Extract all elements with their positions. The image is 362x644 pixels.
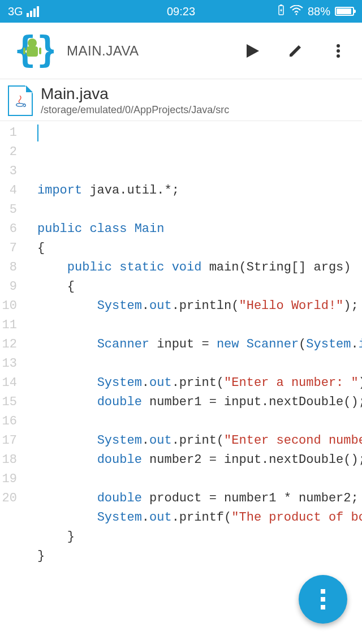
line-number: 14 <box>0 373 17 393</box>
code-line[interactable]: System.out.print("Enter a number: "); <box>37 373 362 393</box>
line-number: 7 <box>0 239 17 258</box>
code-line[interactable]: double number2 = input.nextDouble(); <box>37 450 362 470</box>
code-content[interactable]: import java.util.*;public class Main{ pu… <box>20 123 362 566</box>
line-number: 1 <box>0 123 17 143</box>
code-line[interactable]: System.out.println("Hello World!"); <box>37 297 362 316</box>
line-number: 8 <box>0 258 17 277</box>
run-button[interactable] <box>243 42 261 60</box>
line-number: 13 <box>0 354 17 373</box>
line-number: 17 <box>0 431 17 450</box>
svg-rect-7 <box>23 48 25 54</box>
charging-icon <box>277 5 285 19</box>
svg-point-10 <box>337 49 340 53</box>
file-name: Main.java <box>41 85 229 103</box>
line-number: 10 <box>0 297 17 316</box>
code-line[interactable]: } <box>37 527 362 547</box>
code-line[interactable]: double product = number1 * number2; <box>37 489 362 508</box>
code-line[interactable]: System.out.printf("The product of both n… <box>37 508 362 527</box>
line-number: 15 <box>0 393 17 412</box>
file-info: Main.java /storage/emulated/0/AppProject… <box>41 85 229 116</box>
line-number: 9 <box>0 277 17 297</box>
code-line[interactable]: import java.util.*; <box>37 181 362 200</box>
wifi-icon <box>290 5 303 18</box>
line-gutter: 1234567891011121314151617181920 <box>0 123 20 566</box>
line-number: 2 <box>0 143 17 162</box>
code-line[interactable] <box>37 470 362 489</box>
battery-icon <box>335 7 354 16</box>
line-number: 19 <box>0 470 17 489</box>
code-line[interactable] <box>37 200 362 220</box>
fab-button[interactable] <box>299 575 347 624</box>
line-number: 6 <box>0 220 17 239</box>
file-header[interactable]: Main.java /storage/emulated/0/AppProject… <box>0 79 362 121</box>
line-number: 12 <box>0 335 17 354</box>
line-number: 4 <box>0 181 17 200</box>
status-right: 88% <box>277 5 354 19</box>
svg-rect-1 <box>280 5 282 6</box>
code-line[interactable]: System.out.print("Enter second number: "… <box>37 431 362 450</box>
file-path: /storage/emulated/0/AppProjects/Java/src <box>41 104 229 116</box>
code-line[interactable] <box>37 316 362 335</box>
app-actions <box>243 42 354 60</box>
code-line[interactable] <box>37 412 362 431</box>
line-number: 16 <box>0 412 17 431</box>
edit-button[interactable] <box>286 42 304 60</box>
line-number: 3 <box>0 162 17 181</box>
code-line[interactable]: public static void main(String[] args) <box>37 258 362 277</box>
line-number: 11 <box>0 316 17 335</box>
network-label: 3G <box>8 5 23 18</box>
svg-point-11 <box>337 54 340 58</box>
code-line[interactable]: } <box>37 547 362 566</box>
code-line[interactable]: { <box>37 239 362 258</box>
status-bar: 3G 09:23 88% <box>0 0 362 23</box>
app-bar: { } MAIN.JAVA <box>0 23 362 79</box>
app-logo-icon: { } <box>10 29 54 73</box>
code-line[interactable]: public class Main <box>37 220 362 239</box>
code-line[interactable]: double number1 = input.nextDouble(); <box>37 393 362 412</box>
code-line[interactable]: Scanner input = new Scanner(System.in); <box>37 335 362 354</box>
menu-button[interactable] <box>329 42 347 60</box>
signal-icon <box>27 6 39 17</box>
svg-point-12 <box>16 103 24 106</box>
svg-point-9 <box>337 44 340 48</box>
code-line[interactable]: { <box>37 277 362 297</box>
line-number: 18 <box>0 450 17 470</box>
svg-point-5 <box>28 38 37 48</box>
java-file-icon <box>8 85 33 116</box>
more-vertical-icon <box>321 589 325 609</box>
line-number: 20 <box>0 489 17 508</box>
code-line[interactable] <box>37 354 362 373</box>
line-number: 5 <box>0 200 17 220</box>
battery-pct: 88% <box>308 5 330 18</box>
app-title: MAIN.JAVA <box>67 43 139 59</box>
svg-rect-6 <box>27 46 38 57</box>
svg-point-2 <box>295 13 297 15</box>
status-network: 3G <box>8 5 39 18</box>
status-time: 09:23 <box>167 5 195 18</box>
svg-rect-8 <box>39 48 41 54</box>
text-cursor <box>37 124 38 141</box>
code-editor[interactable]: 1234567891011121314151617181920 import j… <box>0 121 362 566</box>
